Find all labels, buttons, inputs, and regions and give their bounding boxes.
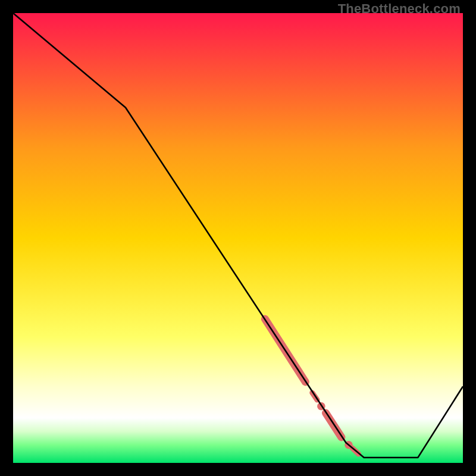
chart-area [13, 13, 463, 463]
gradient-background [13, 13, 463, 463]
watermark-text: TheBottleneck.com [338, 1, 461, 17]
frame: TheBottleneck.com [0, 0, 476, 476]
bottleneck-chart [13, 13, 463, 463]
